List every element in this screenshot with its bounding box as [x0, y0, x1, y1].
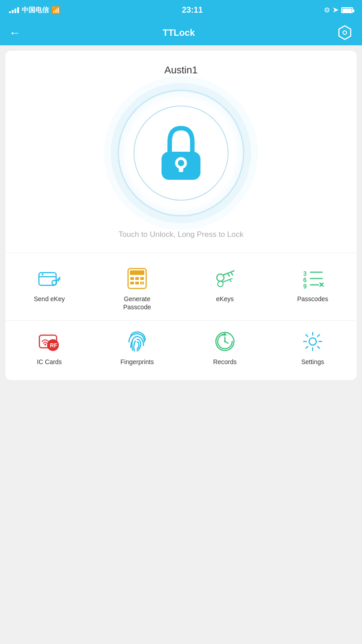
svg-text:RF: RF [50, 342, 57, 349]
svg-line-25 [231, 273, 233, 275]
ekeys-button[interactable]: eKeys [181, 258, 269, 320]
header: ← TTLock [0, 20, 362, 45]
status-bar: 中国电信 📶 23:11 ⊙ ➤ [0, 0, 362, 20]
send-ekey-icon [38, 267, 61, 290]
passcodes-label: Passcodes [297, 295, 328, 303]
svg-line-52 [306, 335, 308, 336]
lock-section: Austin1 Touch to Unlock, Long [5, 51, 357, 253]
svg-line-26 [228, 274, 229, 276]
svg-line-55 [306, 346, 308, 348]
status-right: ⊙ ➤ [324, 6, 353, 14]
svg-rect-4 [179, 166, 183, 172]
svg-point-8 [42, 274, 43, 275]
fingerprints-label: Fingerprints [120, 358, 154, 366]
status-time: 23:11 [182, 5, 203, 15]
status-left: 中国电信 📶 [9, 6, 61, 14]
fingerprints-button[interactable]: Fingerprints [93, 321, 181, 375]
generate-passcode-label: Generate Passcode [123, 295, 151, 311]
settings-button[interactable] [337, 24, 353, 41]
records-icon [213, 330, 237, 353]
records-label: Records [213, 358, 237, 366]
records-button[interactable]: Records [181, 321, 269, 375]
svg-point-23 [217, 274, 224, 281]
svg-point-41 [44, 344, 46, 346]
send-ekey-label: Send eKey [34, 295, 65, 303]
lock-circle-outer[interactable] [118, 90, 244, 216]
signal-icon [9, 7, 19, 13]
battery-icon [341, 7, 353, 13]
lock-hint: Touch to Unlock, Long Press to Lock [119, 230, 243, 239]
lock-icon [156, 124, 206, 183]
ekeys-label: eKeys [216, 295, 234, 303]
passcodes-button[interactable]: 3 6 9 Passcodes [269, 258, 357, 320]
ic-cards-button[interactable]: RF IC Cards [5, 321, 93, 375]
grid-row1: Send eKey [5, 253, 357, 380]
settings-label: Settings [301, 358, 324, 366]
svg-rect-17 [140, 277, 144, 280]
svg-rect-18 [130, 282, 134, 284]
svg-line-11 [59, 279, 60, 280]
generate-passcode-button[interactable]: Generate Passcode [93, 258, 181, 320]
svg-line-53 [318, 346, 319, 348]
svg-text:9: 9 [303, 283, 307, 290]
svg-rect-16 [135, 277, 139, 280]
fingerprints-icon [125, 330, 149, 353]
location-icon: ⊙ [324, 6, 330, 14]
settings-button[interactable]: Settings [269, 321, 357, 375]
svg-line-54 [318, 335, 319, 336]
settings-icon [301, 330, 324, 353]
svg-point-5 [178, 160, 184, 166]
ekeys-icon [213, 267, 237, 290]
lock-circle-inner [133, 106, 229, 201]
svg-rect-14 [130, 270, 144, 275]
svg-point-46 [224, 341, 226, 342]
svg-point-1 [343, 31, 347, 34]
ic-cards-icon: RF [38, 330, 61, 353]
direction-icon: ➤ [333, 6, 338, 14]
svg-line-12 [57, 280, 59, 281]
passcode-gen-icon [125, 267, 149, 290]
svg-rect-15 [130, 277, 134, 280]
lock-name: Austin1 [164, 64, 197, 76]
carrier-label: 中国电信 [22, 6, 49, 14]
svg-rect-6 [39, 273, 56, 285]
wifi-icon: 📶 [52, 6, 61, 14]
svg-marker-0 [339, 26, 351, 39]
send-ekey-button[interactable]: Send eKey [5, 258, 93, 320]
back-button[interactable]: ← [9, 26, 21, 40]
svg-point-47 [309, 338, 316, 345]
svg-rect-19 [135, 282, 139, 284]
ic-cards-label: IC Cards [37, 358, 62, 366]
main-card: Austin1 Touch to Unlock, Long [5, 51, 357, 380]
svg-line-29 [230, 280, 231, 282]
hexagon-settings-icon [337, 25, 352, 40]
passcodes-icon: 3 6 9 [301, 267, 324, 290]
header-title: TTLock [162, 28, 195, 38]
